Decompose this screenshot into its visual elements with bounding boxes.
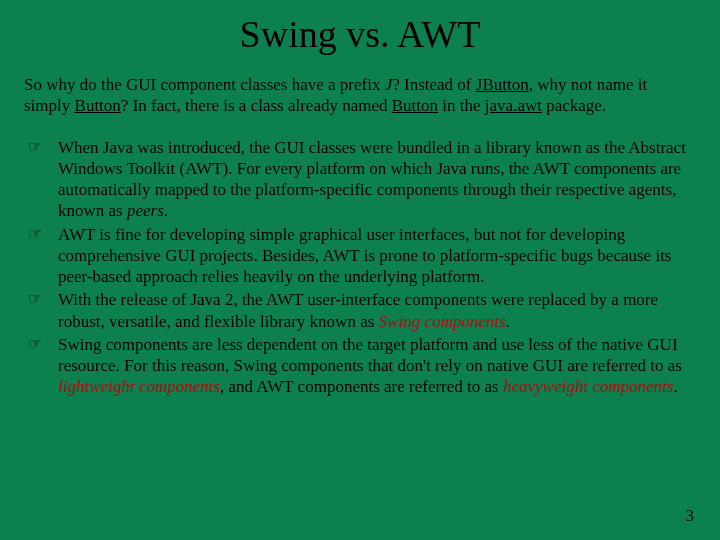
swing-components-term: Swing components: [379, 312, 506, 331]
heavyweight-term: heavyweight components: [503, 377, 673, 396]
intro-paragraph: So why do the GUI component classes have…: [24, 74, 696, 117]
bullet-text: Swing components are less dependent on t…: [58, 335, 682, 375]
list-item: When Java was introduced, the GUI classe…: [24, 137, 696, 222]
slide-title: Swing vs. AWT: [24, 12, 696, 56]
bullet-text: .: [164, 201, 168, 220]
list-item: AWT is fine for developing simple graphi…: [24, 224, 696, 288]
bullet-text: With the release of Java 2, the AWT user…: [58, 290, 658, 330]
intro-text: ? In fact, there is a class already name…: [121, 96, 392, 115]
peers-term: peers: [127, 201, 164, 220]
jbutton-term: JButton: [476, 75, 529, 94]
intro-text: So why do the GUI component classes have…: [24, 75, 385, 94]
button-term: Button: [392, 96, 438, 115]
bullet-text: , and AWT components are referred to as: [220, 377, 503, 396]
bullet-text: .: [673, 377, 677, 396]
page-number: 3: [686, 506, 695, 526]
intro-text: ? Instead of: [392, 75, 476, 94]
bullet-list: When Java was introduced, the GUI classe…: [24, 137, 696, 398]
list-item: Swing components are less dependent on t…: [24, 334, 696, 398]
bullet-text: .: [506, 312, 510, 331]
intro-text: in the: [438, 96, 485, 115]
button-term: Button: [75, 96, 121, 115]
lightweight-term: lightweight components: [58, 377, 220, 396]
java-awt-term: java.awt: [485, 96, 542, 115]
intro-text: package.: [542, 96, 606, 115]
list-item: With the release of Java 2, the AWT user…: [24, 289, 696, 332]
bullet-text: AWT is fine for developing simple graphi…: [58, 225, 671, 287]
